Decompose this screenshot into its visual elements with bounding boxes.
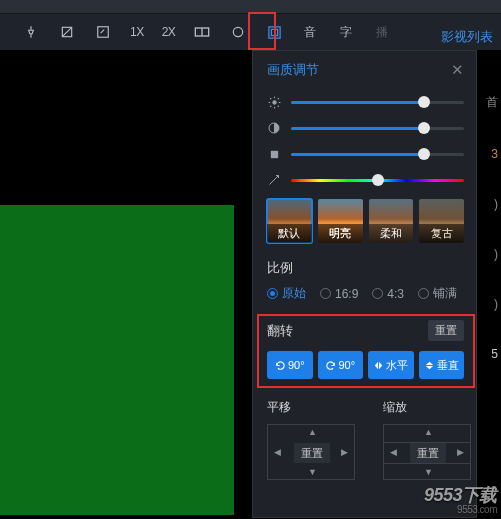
contrast-slider[interactable] <box>267 121 464 135</box>
zoom-out-button[interactable]: ◀ <box>390 447 397 457</box>
speed-2x-button[interactable]: 2X <box>162 23 176 41</box>
rotate-ccw-button[interactable]: 90° <box>267 351 313 379</box>
pan-reset-button[interactable]: 重置 <box>294 443 330 463</box>
pan-label: 平移 <box>267 399 355 416</box>
ratio-fill[interactable]: 铺满 <box>418 285 457 302</box>
panel-title: 画质调节 <box>267 61 319 79</box>
svg-rect-6 <box>271 29 277 35</box>
flip-vertical-button[interactable]: 垂直 <box>419 351 465 379</box>
ratio-label: 比例 <box>267 259 464 277</box>
zoom-label: 缩放 <box>383 399 471 416</box>
ratio-16-9[interactable]: 16:9 <box>320 287 358 301</box>
pan-down-button[interactable]: ▼ <box>308 467 317 477</box>
svg-rect-5 <box>269 26 280 37</box>
watermark: 9553下载 9553.com <box>424 483 497 515</box>
rotate-cw-button[interactable]: 90° <box>318 351 364 379</box>
brightness-icon <box>267 95 281 109</box>
screenshot-icon[interactable] <box>58 23 76 41</box>
hue-slider[interactable] <box>267 173 464 187</box>
svg-line-12 <box>270 98 271 99</box>
pin-icon[interactable] <box>22 23 40 41</box>
loop-icon[interactable] <box>229 23 247 41</box>
preset-row: 默认 明亮 柔和 复古 <box>267 199 464 243</box>
preset-retro[interactable]: 复古 <box>419 199 464 243</box>
saturation-slider[interactable] <box>267 147 464 161</box>
svg-rect-17 <box>270 150 277 157</box>
hue-icon <box>267 173 281 187</box>
preset-default[interactable]: 默认 <box>267 199 312 243</box>
zoom-section: 缩放 ▲ ▼ ◀ ▶ 重置 <box>383 399 471 480</box>
svg-rect-1 <box>98 27 109 38</box>
ratio-options: 原始 16:9 4:3 铺满 <box>267 285 464 302</box>
pan-section: 平移 ▲ ▼ ◀ ▶ 重置 <box>267 399 355 480</box>
saturation-icon <box>267 147 281 161</box>
flip-reset-button[interactable]: 重置 <box>428 320 464 341</box>
flip-horizontal-button[interactable]: 水平 <box>368 351 414 379</box>
speed-1x-button[interactable]: 1X <box>130 23 144 41</box>
zoom-in-button[interactable]: ▶ <box>457 447 464 457</box>
flip-section: 翻转 重置 90° 90° 水平 垂直 <box>267 318 464 385</box>
subtitle-settings-button[interactable]: 字 <box>337 23 355 41</box>
window-titlebar <box>0 0 501 14</box>
edit-icon[interactable] <box>94 23 112 41</box>
svg-line-13 <box>277 105 278 106</box>
zoom-up-button[interactable]: ▲ <box>424 427 433 437</box>
svg-line-14 <box>270 105 271 106</box>
pan-left-button[interactable]: ◀ <box>274 447 281 457</box>
svg-line-15 <box>277 98 278 99</box>
preset-soft[interactable]: 柔和 <box>369 199 414 243</box>
ratio-icon[interactable] <box>193 23 211 41</box>
video-list-link[interactable]: 影视列表 <box>441 28 493 46</box>
picture-quality-panel: 画质调节 ✕ 默认 明亮 柔和 复古 比例 原始 16:9 4:3 铺满 翻转 … <box>252 50 477 518</box>
contrast-icon <box>267 121 281 135</box>
pan-pad: ▲ ▼ ◀ ▶ 重置 <box>267 424 355 480</box>
zoom-down-button[interactable]: ▼ <box>424 467 433 477</box>
playback-settings-button[interactable]: 播 <box>373 23 391 41</box>
zoom-pad: ▲ ▼ ◀ ▶ 重置 <box>383 424 471 480</box>
preset-bright[interactable]: 明亮 <box>318 199 363 243</box>
ratio-4-3[interactable]: 4:3 <box>372 287 404 301</box>
toolbar: 1X 2X 音 字 播 影视列表 <box>0 14 501 50</box>
pan-up-button[interactable]: ▲ <box>308 427 317 437</box>
flip-label: 翻转 <box>267 322 293 340</box>
picture-settings-button[interactable] <box>265 23 283 41</box>
video-frame-placeholder <box>0 205 234 515</box>
close-icon[interactable]: ✕ <box>451 61 464 79</box>
cutoff-sidebar-text: 首 3 ) ) ) 5 <box>483 94 501 397</box>
ratio-original[interactable]: 原始 <box>267 285 306 302</box>
svg-point-7 <box>272 100 276 104</box>
svg-point-4 <box>234 27 243 36</box>
brightness-slider[interactable] <box>267 95 464 109</box>
pan-right-button[interactable]: ▶ <box>341 447 348 457</box>
audio-settings-button[interactable]: 音 <box>301 23 319 41</box>
zoom-reset-button[interactable]: 重置 <box>410 443 446 463</box>
